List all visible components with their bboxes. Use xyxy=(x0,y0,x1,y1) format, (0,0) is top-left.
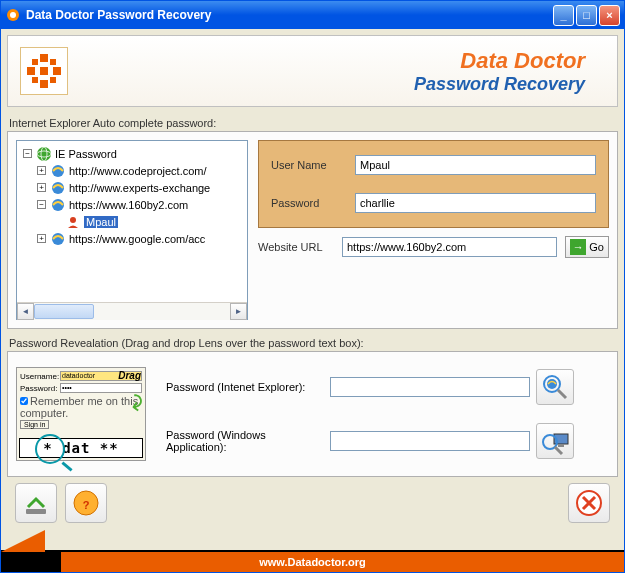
scroll-thumb[interactable] xyxy=(34,304,94,319)
win-password-input[interactable] xyxy=(330,431,530,451)
svg-rect-10 xyxy=(50,77,56,83)
arrow-right-icon: → xyxy=(570,239,586,255)
url-input[interactable] xyxy=(342,237,557,257)
save-button[interactable] xyxy=(15,483,57,523)
tree-expand-icon[interactable]: + xyxy=(37,183,46,192)
svg-line-26 xyxy=(555,447,562,454)
globe-icon xyxy=(36,146,52,162)
cancel-button[interactable] xyxy=(568,483,610,523)
app-window: Data Doctor Password Recovery _ □ × Data… xyxy=(0,0,625,573)
banner-subtitle: Password Recovery xyxy=(68,74,585,95)
ie-lens-button[interactable] xyxy=(536,369,574,405)
tree-collapse-icon[interactable]: − xyxy=(23,149,32,158)
header-banner: Data Doctor Password Recovery xyxy=(7,35,618,107)
help-button[interactable]: ? xyxy=(65,483,107,523)
scroll-left-button[interactable]: ◄ xyxy=(17,303,34,320)
ie-password-label: Password (Intenet Explorer): xyxy=(166,381,324,393)
maximize-button[interactable]: □ xyxy=(576,5,597,26)
svg-text:?: ? xyxy=(83,499,90,511)
banner-title: Data Doctor xyxy=(68,48,585,74)
save-icon xyxy=(22,489,50,517)
close-button[interactable]: × xyxy=(599,5,620,26)
cancel-icon xyxy=(575,489,603,517)
titlebar: Data Doctor Password Recovery _ □ × xyxy=(1,1,624,29)
scroll-right-button[interactable]: ► xyxy=(230,303,247,320)
username-input[interactable] xyxy=(355,155,596,175)
ie-password-input[interactable] xyxy=(330,377,530,397)
ie-icon xyxy=(50,180,66,196)
logo-icon xyxy=(20,47,68,95)
go-button-label: Go xyxy=(589,241,604,253)
tree-expand-icon[interactable]: + xyxy=(37,234,46,243)
tree-item-label: http://www.codeproject.com/ xyxy=(69,165,207,177)
svg-rect-7 xyxy=(32,59,38,65)
magnifier-desktop-icon xyxy=(540,426,570,456)
svg-rect-3 xyxy=(40,54,48,62)
footer-url: www.Datadoctor.org xyxy=(259,556,366,568)
horizontal-scrollbar[interactable]: ◄ ► xyxy=(17,302,247,319)
ie-icon xyxy=(50,231,66,247)
win-lens-button[interactable] xyxy=(536,423,574,459)
svg-rect-27 xyxy=(26,509,46,514)
drag-label: Drag xyxy=(118,370,141,381)
bottom-toolbar: ? xyxy=(7,477,618,529)
revelation-section-label: Password Revealation (Drag and drop Lens… xyxy=(9,337,618,349)
ie-icon xyxy=(50,163,66,179)
minimize-button[interactable]: _ xyxy=(553,5,574,26)
credentials-panel: User Name Password xyxy=(258,140,609,228)
user-icon xyxy=(65,214,81,230)
svg-rect-11 xyxy=(40,67,48,75)
svg-rect-8 xyxy=(50,59,56,65)
content-area: Data Doctor Password Recovery Internet E… xyxy=(1,29,624,550)
footer-bar: www.Datadoctor.org xyxy=(1,550,624,572)
magnifier-icon xyxy=(35,434,65,464)
tree-item-label: http://www.experts-exchange xyxy=(69,182,210,194)
svg-point-1 xyxy=(10,12,16,18)
svg-rect-9 xyxy=(32,77,38,83)
svg-rect-5 xyxy=(53,67,61,75)
svg-point-12 xyxy=(37,147,51,161)
svg-rect-4 xyxy=(27,67,35,75)
autocomplete-section: − IE Password + http://www.codeproject.c… xyxy=(7,131,618,329)
url-label: Website URL xyxy=(258,241,334,253)
win-password-label: Password (Windows Application): xyxy=(166,429,324,453)
revelation-section: Drag ↷ Username:datadoctor Password:••••… xyxy=(7,351,618,477)
tree-expand-icon[interactable]: + xyxy=(37,166,46,175)
svg-rect-24 xyxy=(558,444,564,447)
help-icon: ? xyxy=(72,489,100,517)
app-icon xyxy=(5,7,21,23)
window-title: Data Doctor Password Recovery xyxy=(26,8,551,22)
ie-icon xyxy=(50,197,66,213)
go-button[interactable]: → Go xyxy=(565,236,609,258)
tree-root-label: IE Password xyxy=(55,148,117,160)
password-input[interactable] xyxy=(355,193,596,213)
password-label: Password xyxy=(271,197,347,209)
tree-item-selected[interactable]: Mpaul xyxy=(84,216,118,228)
lens-demo-image: Drag ↷ Username:datadoctor Password:••••… xyxy=(16,367,146,461)
svg-point-18 xyxy=(70,217,76,223)
username-label: User Name xyxy=(271,159,347,171)
tree-item-label: https://www.google.com/acc xyxy=(69,233,205,245)
autocomplete-section-label: Internet Explorer Auto complete password… xyxy=(9,117,618,129)
password-tree[interactable]: − IE Password + http://www.codeproject.c… xyxy=(16,140,248,320)
svg-line-21 xyxy=(558,390,566,398)
tree-item-label: https://www.160by2.com xyxy=(69,199,188,211)
magnifier-ie-icon xyxy=(540,372,570,402)
svg-rect-6 xyxy=(40,80,48,88)
tree-collapse-icon[interactable]: − xyxy=(37,200,46,209)
